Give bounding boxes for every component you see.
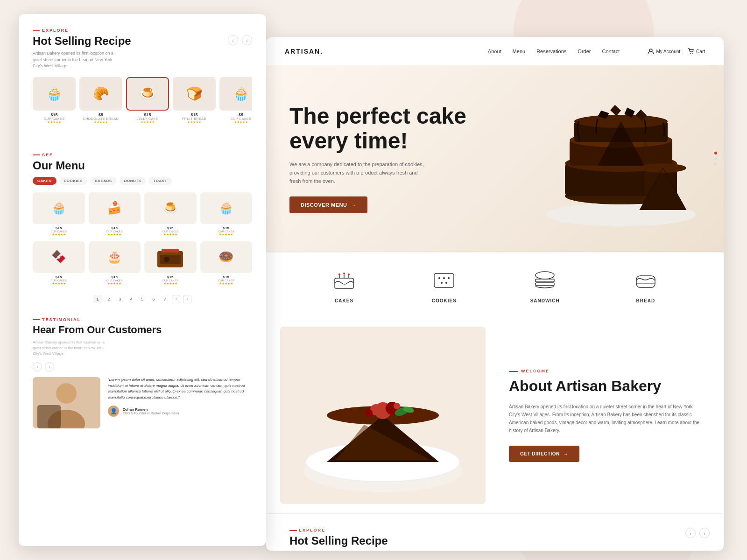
page-3-btn[interactable]: 3	[116, 295, 124, 303]
recipe-name: FRUIT BREAD	[173, 117, 216, 120]
menu-item-price: $15	[89, 226, 141, 230]
svg-rect-3	[162, 249, 179, 252]
category-bread[interactable]: BREAD	[632, 266, 660, 303]
testimonial-image-wrapper	[33, 377, 100, 428]
recipe-name: CUP CAKES	[219, 117, 252, 120]
nav-reservations[interactable]: Reservations	[536, 49, 566, 54]
filter-donuts-btn[interactable]: DONUTS	[120, 177, 146, 185]
nav-contact[interactable]: Contact	[602, 49, 620, 54]
page-6-btn[interactable]: 6	[149, 295, 158, 303]
bottom-nav: ‹ ›	[685, 528, 710, 538]
page-7-btn[interactable]: 7	[161, 295, 169, 303]
filter-cakes-btn[interactable]: CAKES	[33, 177, 56, 185]
bottom-prev-btn[interactable]: ‹	[685, 528, 696, 538]
list-item[interactable]: 🎂 $15 CUP CAKES ★★★★★	[89, 241, 141, 286]
hot-selling-title: Hot Selling Recipe	[33, 35, 252, 48]
site-nav: ARTISAN. About Menu Reservations Order C…	[266, 37, 724, 65]
categories-section: CAKES COOKIES SANDWICH BREAD	[266, 252, 724, 317]
testimonial-content: "Lorem ipsum dolor sit amet, consectetur…	[33, 377, 252, 428]
author-info: Zohan Romen CEO & Founder at Rusker Corp…	[123, 407, 179, 415]
svg-point-34	[443, 277, 445, 279]
hero-dot-1[interactable]	[714, 152, 717, 154]
svg-point-52	[394, 403, 400, 409]
left-panel: EXPLORE Hot Selling Recipe Artisan Baker…	[19, 14, 266, 546]
cart-label: Cart	[696, 49, 705, 54]
list-item[interactable]: 🧁 $5 CUP CAKES ★★★★★	[219, 77, 252, 124]
svg-rect-8	[37, 405, 61, 428]
next-page-btn[interactable]: ›	[183, 295, 191, 303]
bottom-explore-label: EXPLORE	[289, 528, 700, 532]
svg-point-36	[441, 282, 443, 284]
prev-testimonial-btn[interactable]: ‹	[33, 362, 42, 371]
cakes-icon	[330, 266, 358, 294]
page-2-btn[interactable]: 2	[105, 295, 113, 303]
author-role: CEO & Founder at Rusker Corporation	[123, 412, 179, 415]
my-account-btn[interactable]: My Account	[648, 48, 680, 55]
sandwich-label: SANDWICH	[530, 298, 560, 303]
testimonial-text: "Lorem ipsum dolor sit amet, consectetur…	[108, 377, 252, 428]
category-cakes[interactable]: CAKES	[330, 266, 358, 303]
recipe-cards-row: 🧁 $15 CUP CAKES ★★★★★ 🥐 $5 CHOCOLATE BRE…	[33, 77, 252, 124]
right-panel: ARTISAN. About Menu Reservations Order C…	[266, 37, 724, 551]
filter-cookies-btn[interactable]: COOKIES	[59, 177, 87, 185]
nav-order[interactable]: Order	[578, 49, 591, 54]
svg-point-33	[438, 277, 440, 279]
page-5-btn[interactable]: 5	[138, 295, 147, 303]
sandwich-icon	[531, 266, 559, 294]
next-testimonial-btn[interactable]: ›	[45, 362, 54, 371]
nav-menu[interactable]: Menu	[513, 49, 526, 54]
recipe-stars: ★★★★★	[219, 120, 252, 124]
about-section: WELCOME About Artisan Bakery Artisan Bak…	[266, 317, 724, 513]
hero-dot-3[interactable]	[714, 163, 717, 166]
list-item[interactable]: 🍩 $15 CUP CAKES ★★★★★	[200, 241, 253, 286]
author-avatar: 👤	[108, 406, 119, 417]
cookies-label: COOKIES	[430, 298, 458, 303]
recipe-name: CHOCOLATE BREAD	[79, 117, 122, 120]
list-item[interactable]: $15 CUP CAKES ★★★★★	[144, 241, 197, 286]
cart-btn[interactable]: Cart	[688, 48, 705, 55]
list-item[interactable]: 🍮 $15 CUP CAKES ★★★★★	[144, 192, 197, 237]
prev-page-btn[interactable]: ‹	[172, 295, 180, 303]
recipe-price: $15	[126, 112, 169, 117]
hero-text: The perfect cake every time! We are a co…	[289, 104, 467, 213]
list-item[interactable]: 🍫 $15 CUP CAKES ★★★★★	[33, 241, 85, 286]
hero-dot-2[interactable]	[714, 157, 717, 160]
bottom-next-btn[interactable]: ›	[699, 528, 710, 538]
category-sandwich[interactable]: SANDWICH	[530, 266, 560, 303]
menu-item-price: $15	[200, 226, 253, 230]
discover-menu-btn[interactable]: DISCOVER MENU →	[289, 196, 367, 213]
svg-point-11	[692, 53, 693, 54]
prev-recipe-btn[interactable]: ‹	[228, 35, 238, 45]
filter-breads-btn[interactable]: BREADS	[90, 177, 117, 185]
menu-item-stars: ★★★★★	[89, 233, 141, 237]
list-item[interactable]: 🍰 $15 CUP CAKES ★★★★★	[89, 192, 141, 237]
list-item[interactable]: 🍮 $15 JELLY CAKE ★★★★★	[126, 77, 169, 124]
page-1-btn[interactable]: 1	[93, 295, 102, 303]
menu-item-stars: ★★★★★	[144, 233, 197, 237]
menu-item-img: 🍰	[89, 192, 141, 224]
hero-nav-dots	[714, 152, 717, 166]
list-item[interactable]: 🍞 $15 FRUIT BREAD ★★★★★	[173, 77, 216, 124]
pagination: 1 2 3 4 5 6 7 ‹ ›	[33, 290, 252, 308]
recipe-stars: ★★★★★	[79, 120, 122, 124]
site-logo: ARTISAN.	[285, 48, 323, 55]
bottom-section: EXPLORE Hot Selling Recipe Artisan Baker…	[266, 513, 724, 551]
svg-rect-32	[434, 273, 454, 287]
explore-label: EXPLORE	[33, 28, 252, 33]
recipe-card-img: 🧁	[219, 77, 252, 111]
filter-toast-btn[interactable]: TOAST	[148, 177, 171, 185]
menu-item-stars: ★★★★★	[33, 233, 85, 237]
svg-rect-41	[636, 276, 655, 287]
get-direction-btn[interactable]: GET DIRECTION →	[509, 446, 579, 462]
hero-title: The perfect cake every time!	[289, 104, 467, 154]
menu-item-price: $15	[144, 275, 197, 279]
list-item[interactable]: 🥐 $5 CHOCOLATE BREAD ★★★★★	[79, 77, 122, 124]
list-item[interactable]: 🧁 $15 CUP CAKES ★★★★★	[33, 192, 85, 237]
category-cookies[interactable]: COOKIES	[430, 266, 458, 303]
nav-about[interactable]: About	[488, 49, 501, 54]
next-recipe-btn[interactable]: ›	[242, 35, 252, 45]
list-item[interactable]: 🧁 $15 CUP CAKES ★★★★★	[33, 77, 76, 124]
list-item[interactable]: 🧁 $15 CUP CAKES ★★★★★	[200, 192, 253, 237]
page-4-btn[interactable]: 4	[127, 295, 135, 303]
hero-section: The perfect cake every time! We are a co…	[266, 65, 724, 252]
